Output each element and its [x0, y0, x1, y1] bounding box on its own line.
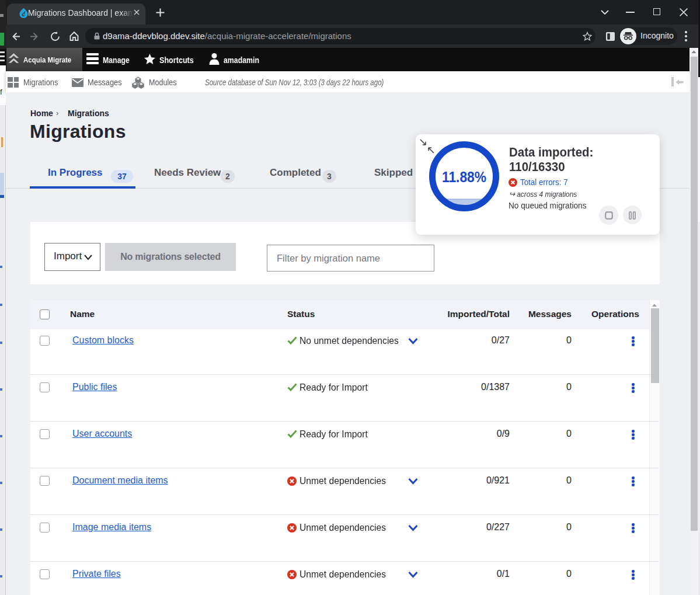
svg-text:11.88%: 11.88% — [442, 168, 486, 186]
